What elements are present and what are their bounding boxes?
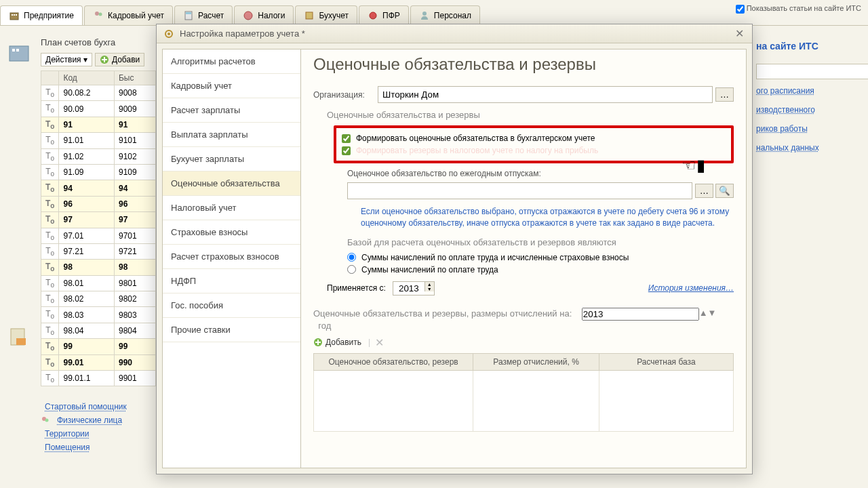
svg-point-10 bbox=[370, 12, 376, 19]
year-input[interactable] bbox=[393, 282, 425, 295]
spin-down-icon[interactable]: ▼ bbox=[425, 287, 434, 291]
svg-rect-12 bbox=[9, 46, 28, 61]
its-checkbox[interactable] bbox=[736, 5, 745, 14]
coa-add-button[interactable]: Добави bbox=[95, 53, 144, 66]
table-row[interactable]: Tо9999 bbox=[41, 339, 156, 354]
th-code[interactable]: Код bbox=[59, 71, 115, 85]
tab-taxes[interactable]: Налоги bbox=[234, 5, 294, 25]
nav-item[interactable]: НДФП bbox=[163, 269, 300, 293]
svg-point-11 bbox=[422, 12, 427, 16]
table-row[interactable]: Tо9898 bbox=[41, 260, 156, 275]
table-row[interactable]: Tо98.019801 bbox=[41, 275, 156, 291]
nav-item[interactable]: Прочие ставки bbox=[163, 318, 300, 342]
settings-modal: Настройка параметров учета * ✕ Алгоритмы… bbox=[156, 24, 753, 474]
sizes-year-spinner[interactable]: ▲▼ bbox=[582, 308, 717, 321]
obligation-select-button[interactable]: … bbox=[695, 184, 713, 198]
table-row[interactable]: Tо91.019101 bbox=[41, 133, 156, 148]
svg-point-8 bbox=[244, 12, 252, 20]
tab-label: ПФР bbox=[382, 11, 400, 20]
apply-from-year-spinner[interactable]: ▲▼ bbox=[393, 281, 435, 296]
table-row[interactable]: Tо9797 bbox=[41, 212, 156, 228]
th-fast[interactable]: Быс bbox=[114, 71, 155, 85]
tab-enterprise[interactable]: Предприятие bbox=[0, 5, 83, 25]
history-link[interactable]: История изменения… bbox=[648, 283, 734, 293]
link-rooms[interactable]: Помещения bbox=[45, 443, 90, 452]
radio-payroll-insurance[interactable] bbox=[347, 253, 356, 262]
person-icon bbox=[419, 10, 430, 21]
nav-item[interactable]: Оценочные обязательства bbox=[163, 171, 300, 196]
nav-item[interactable]: Алгоритмы расчетов bbox=[163, 49, 300, 74]
its-sidebar: на сайте ИТС 🔍 ого расписания изводствен… bbox=[756, 41, 861, 162]
tab-hr[interactable]: Кадровый учет bbox=[84, 5, 173, 25]
table-row[interactable]: Tо90.08.29008 bbox=[41, 85, 156, 101]
table-row[interactable]: Tо91.099109 bbox=[41, 164, 156, 180]
obligation-hint: Если оценочное обязательство выбрано, от… bbox=[361, 206, 734, 229]
link-territories[interactable]: Территории bbox=[45, 429, 90, 439]
nav-item[interactable]: Гос. пособия bbox=[163, 293, 300, 318]
its-search[interactable] bbox=[756, 64, 868, 79]
its-link[interactable]: риков работы bbox=[756, 124, 861, 134]
modal-titlebar[interactable]: Настройка параметров учета * ✕ bbox=[157, 24, 752, 43]
table-row[interactable]: Tо90.099009 bbox=[41, 101, 156, 117]
close-button[interactable]: ✕ bbox=[733, 28, 745, 40]
year-suffix: год bbox=[318, 321, 331, 331]
svg-rect-7 bbox=[186, 12, 191, 14]
nav-item[interactable]: Расчет зарплаты bbox=[163, 98, 300, 123]
plus-icon bbox=[313, 338, 323, 347]
grid-add-button[interactable]: Добавить bbox=[313, 338, 361, 347]
actions-dropdown[interactable]: Действия ▾ bbox=[41, 53, 92, 66]
table-row[interactable]: Tо91.029102 bbox=[41, 148, 156, 164]
svg-rect-16 bbox=[16, 338, 26, 345]
org-input[interactable] bbox=[378, 86, 713, 103]
nav-item[interactable]: Выплата зарплаты bbox=[163, 123, 300, 147]
org-select-button[interactable]: … bbox=[715, 87, 734, 102]
link-persons[interactable]: Физические лица bbox=[57, 415, 122, 425]
table-row[interactable]: Tо97.019701 bbox=[41, 228, 156, 243]
grid-col-base[interactable]: Расчетная база bbox=[599, 353, 733, 370]
table-row[interactable]: Tо9494 bbox=[41, 180, 156, 196]
year2-input[interactable] bbox=[582, 308, 699, 321]
tab-calc[interactable]: Расчет bbox=[174, 5, 233, 25]
table-row[interactable] bbox=[314, 370, 734, 431]
plus-icon bbox=[100, 55, 109, 64]
table-row[interactable]: Tо98.039803 bbox=[41, 307, 156, 323]
coa-title: План счетов бухга bbox=[41, 37, 156, 47]
tab-personnel[interactable]: Персонал bbox=[410, 5, 480, 25]
org-label: Организация: bbox=[313, 90, 378, 100]
obligation-search-button[interactable]: 🔍 bbox=[715, 184, 734, 198]
its-link[interactable]: ого расписания bbox=[756, 86, 861, 96]
table-row[interactable]: Tо97.219721 bbox=[41, 243, 156, 259]
svg-rect-1 bbox=[12, 14, 13, 16]
table-row[interactable]: Tо98.049804 bbox=[41, 323, 156, 338]
rates-grid[interactable]: Оценочное обязательство, резерв Размер о… bbox=[313, 353, 734, 432]
its-link[interactable]: нальных данных bbox=[756, 143, 861, 152]
nav-item[interactable]: Бухучет зарплаты bbox=[163, 147, 300, 171]
spin-down-icon[interactable]: ▼ bbox=[708, 308, 717, 318]
grid-col-obligation[interactable]: Оценочное обязательство, резерв bbox=[314, 353, 473, 370]
nav-item[interactable]: Кадровый учет bbox=[163, 74, 300, 98]
grid-delete-button[interactable]: ✕ bbox=[375, 336, 384, 349]
link-start-helper[interactable]: Стартовый помощник bbox=[45, 402, 127, 411]
chk-tax-reserves[interactable] bbox=[342, 146, 351, 155]
spin-up-icon[interactable]: ▲ bbox=[699, 308, 708, 318]
accounts-table[interactable]: Код Быс Tо90.08.29008Tо90.099009Tо9191Tо… bbox=[41, 70, 156, 386]
radio-payroll-only[interactable] bbox=[347, 265, 356, 274]
table-row[interactable]: Tо99.01.19901 bbox=[41, 371, 156, 386]
table-row[interactable]: Tо9191 bbox=[41, 117, 156, 132]
table-row[interactable]: Tо9696 bbox=[41, 196, 156, 211]
tab-accounting[interactable]: Бухучет bbox=[295, 5, 357, 25]
spin-up-icon[interactable]: ▲ bbox=[425, 282, 434, 287]
its-link[interactable]: изводственного bbox=[756, 105, 861, 115]
nav-item[interactable]: Расчет страховых взносов bbox=[163, 245, 300, 269]
chk-accounting-obligations[interactable] bbox=[342, 134, 351, 143]
nav-item[interactable]: Налоговый учет bbox=[163, 196, 300, 220]
table-row[interactable]: Tо99.01990 bbox=[41, 354, 156, 370]
table-row[interactable]: Tо98.029802 bbox=[41, 291, 156, 307]
grid-col-rate[interactable]: Размер отчислений, % bbox=[473, 353, 599, 370]
obligation-input[interactable] bbox=[347, 182, 692, 199]
highlight-box: Формировать оценочные обязательства в бу… bbox=[334, 125, 734, 163]
base-title: Базой для расчета оценочных обязательств… bbox=[347, 237, 734, 247]
tab-pfr[interactable]: ПФР bbox=[359, 5, 409, 25]
its-articles-toggle: Показывать статьи на сайте ИТС bbox=[736, 4, 861, 14]
nav-item[interactable]: Страховые взносы bbox=[163, 220, 300, 245]
